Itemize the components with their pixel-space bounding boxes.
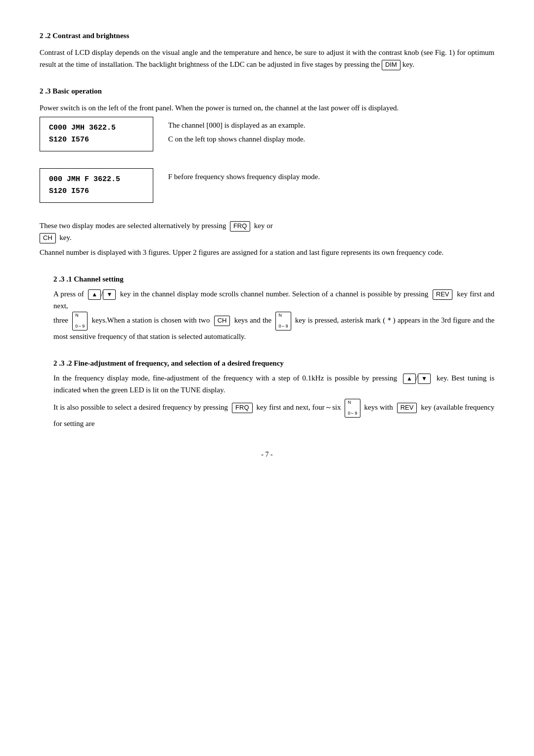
display1-description: The channel [000] is displayed as an exa… (168, 117, 305, 147)
n-key-2: N0～9 (275, 312, 291, 331)
down-key-1: ▼ (103, 289, 116, 299)
section-2-2-para1: Contrast of LCD display depends on the v… (40, 47, 494, 70)
display1-desc2: C on the left top shows channel display … (168, 133, 305, 145)
para-text-d: three (53, 316, 68, 324)
rev-key-1: REV (433, 289, 453, 300)
para-232-text-2b: key first and next, four～six (257, 403, 341, 411)
section-2-3-1-title: 2 .3 .1 Channel setting (53, 273, 494, 285)
section-2-3-2: 2 .3 .2 Fine-adjustment of frequency, an… (40, 357, 494, 429)
dim-key: DIM (382, 60, 400, 70)
display1-line1: C000 JMH 3622.5 (49, 122, 144, 134)
para-text-b: key in the channel display mode scrolls … (120, 290, 428, 298)
display1-desc1: The channel [000] is displayed as an exa… (168, 119, 305, 131)
display-panel-1: C000 JMH 3622.5 S120 I576 (40, 117, 153, 151)
para2-text-a: These two display modes are selected alt… (40, 222, 226, 230)
para-text-f: keys and the (234, 316, 272, 324)
section-2-3-2-title: 2 .3 .2 Fine-adjustment of frequency, an… (53, 357, 494, 369)
section-2-3-para1: Power switch is on the left of the front… (40, 102, 494, 114)
ch-key: CH (40, 233, 56, 243)
frq-key-2: FRQ (232, 403, 252, 413)
up-key-2: ▲ (403, 374, 416, 383)
para-232-text-2a: It is also possible to select a desired … (53, 403, 228, 411)
section-2-3-title: 2 .3 Basic operation (40, 85, 494, 97)
rev-key-2: REV (397, 403, 417, 413)
frq-key: FRQ (230, 221, 250, 232)
section-2-3-2-para2: It is also possible to select a desired … (53, 399, 494, 429)
display-row-2: 000 JMH F 3622.5 S120 I576 F before freq… (40, 168, 494, 206)
up-key-1: ▲ (88, 289, 101, 299)
down-key-2: ▼ (418, 374, 431, 383)
display-row-1: C000 JMH 3622.5 S120 I576 The channel [0… (40, 117, 494, 154)
section-2-2: 2 .2 Contrast and brightness Contrast of… (40, 30, 494, 70)
n-key-3: N0～9 (345, 399, 360, 418)
para2-text-end: key. (59, 234, 71, 241)
page-number: - 7 - (40, 449, 494, 460)
display-panel-2: 000 JMH F 3622.5 S120 I576 (40, 168, 153, 203)
section-2-3-para3: Channel number is displayed with 3 figur… (40, 246, 494, 258)
para2-text-mid: key or (254, 222, 273, 230)
ch-key-2: CH (214, 316, 230, 326)
para-232-text-a: In the frequency display mode, fine-adju… (53, 374, 397, 382)
n-key-1: N0～9 (72, 312, 88, 331)
para-232-text-with: keys with (364, 403, 393, 411)
section-2-3: 2 .3 Basic operation Power switch is on … (40, 85, 494, 258)
para-text-a: A press of (53, 290, 84, 298)
section-2-3-1: 2 .3 .1 Channel setting A press of ▲/▼ k… (40, 273, 494, 342)
display2-line2: S120 I576 (49, 186, 144, 197)
section-2-3-2-para1: In the frequency display mode, fine-adju… (53, 372, 494, 396)
display2-description: F before frequency shows frequency displ… (168, 168, 320, 185)
section-2-2-text-end: key. (402, 60, 414, 68)
display2-desc1: F before frequency shows frequency displ… (168, 171, 320, 183)
section-2-3-para2: These two display modes are selected alt… (40, 220, 494, 243)
section-2-2-text: Contrast of LCD display depends on the v… (40, 48, 494, 68)
section-2-2-title: 2 .2 Contrast and brightness (40, 30, 494, 42)
display2-line1: 000 JMH F 3622.5 (49, 174, 144, 186)
display1-line2: S120 I576 (49, 134, 144, 146)
section-2-3-1-para: A press of ▲/▼ key in the channel displa… (53, 288, 494, 342)
para-text-e: keys.When a station is chosen with two (91, 316, 210, 324)
